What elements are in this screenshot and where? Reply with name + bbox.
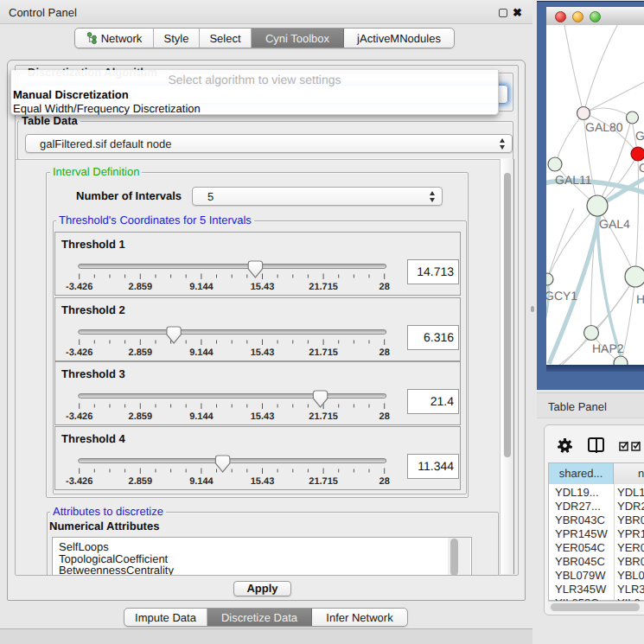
svg-text:GA: GA: [639, 161, 644, 175]
svg-text:28: 28: [379, 282, 390, 292]
svg-text:2.859: 2.859: [129, 348, 153, 358]
svg-text:9.144: 9.144: [189, 411, 214, 422]
svg-text:21.715: 21.715: [309, 476, 338, 487]
svg-text:GAL80: GAL80: [585, 120, 623, 134]
svg-text:HI: HI: [636, 292, 644, 306]
svg-text:15.43: 15.43: [251, 411, 275, 422]
svg-text:28: 28: [379, 411, 390, 422]
svg-text:21.715: 21.715: [309, 348, 338, 358]
svg-text:GA: GA: [635, 129, 644, 143]
svg-text:2.859: 2.859: [129, 411, 153, 422]
svg-text:-3.426: -3.426: [66, 282, 92, 292]
svg-text:-3.426: -3.426: [66, 348, 92, 358]
svg-text:15.43: 15.43: [251, 476, 275, 487]
svg-text:21.715: 21.715: [309, 282, 338, 292]
svg-text:GAL4: GAL4: [599, 217, 630, 231]
svg-text:GCY1: GCY1: [546, 289, 577, 303]
svg-text:-3.426: -3.426: [66, 476, 92, 487]
svg-text:9.144: 9.144: [189, 282, 214, 292]
svg-text:2.859: 2.859: [129, 476, 153, 487]
svg-text:-3.426: -3.426: [66, 411, 92, 422]
svg-text:21.715: 21.715: [309, 411, 338, 422]
svg-text:2.859: 2.859: [129, 282, 153, 292]
svg-text:9.144: 9.144: [189, 348, 214, 358]
svg-text:15.43: 15.43: [251, 348, 275, 358]
svg-text:28: 28: [379, 348, 390, 358]
svg-text:9.144: 9.144: [189, 476, 214, 487]
svg-text:28: 28: [379, 476, 390, 487]
svg-text:15.43: 15.43: [251, 282, 275, 292]
svg-text:HAP2: HAP2: [592, 341, 624, 355]
svg-text:GAL11: GAL11: [555, 173, 592, 187]
